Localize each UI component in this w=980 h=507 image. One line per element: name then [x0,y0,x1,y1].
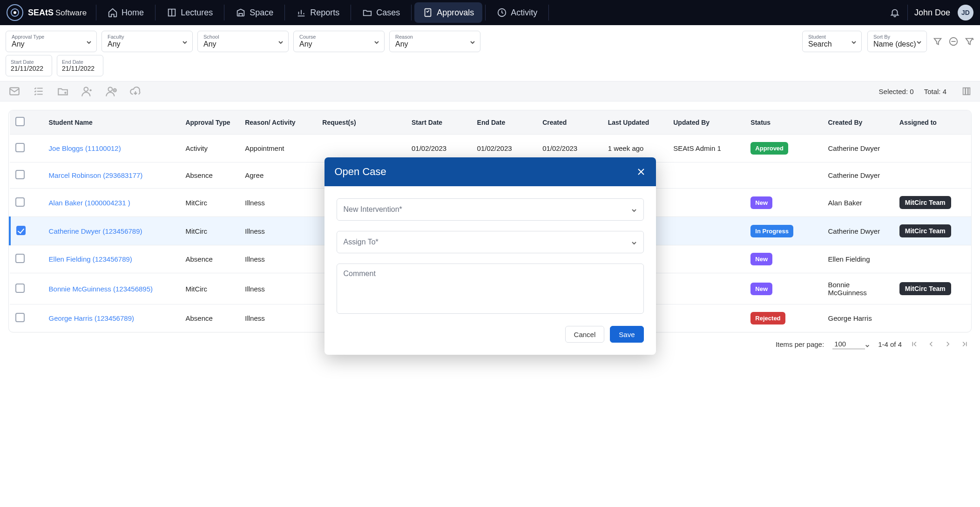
building-icon [236,7,246,18]
mail-icon[interactable] [8,85,20,97]
status-badge: Rejected [750,312,785,324]
student-link[interactable]: Bonnie McGuinness (123456895) [49,285,153,293]
comment-textarea[interactable]: Comment [337,264,644,314]
team-chip: MitCirc Team [899,196,951,209]
cell-type: Absence [180,245,239,273]
row-checkbox[interactable] [15,143,25,152]
row-checkbox[interactable] [15,313,25,322]
th-reason[interactable]: Reason/ Activity [239,110,317,135]
cell-assigned-to [894,162,971,189]
chevron-down-icon [470,39,475,44]
filter-label: School [203,34,283,40]
student-link[interactable]: Alan Baker (1000004231 ) [49,199,130,207]
nav-home[interactable]: Home [99,2,152,23]
th-updated-by[interactable]: Updated By [668,110,745,135]
notifications-icon[interactable] [890,7,900,18]
status-badge: New [750,196,772,209]
cell-type: Activity [180,135,239,162]
filter-value: 21/11/2022 [62,65,98,72]
user-add-icon[interactable] [81,85,93,97]
chevron-down-icon [631,207,637,212]
filter-value: 21/11/2022 [11,65,47,72]
select-all-checkbox[interactable] [15,117,25,126]
svg-point-8 [108,87,113,91]
row-checkbox[interactable] [15,254,25,263]
cloud-download-icon[interactable] [129,85,142,97]
nav-reports[interactable]: Reports [288,2,348,23]
total-count: Total: 4 [924,88,946,95]
student-link[interactable]: Catherine Dwyer (123456789) [49,227,142,235]
user-name[interactable]: John Doe [914,8,950,18]
page-prev-icon[interactable] [927,340,935,348]
th-approval-type[interactable]: Approval Type [180,110,239,135]
chevron-down-icon [916,39,922,44]
nav-cases[interactable]: Cases [354,2,408,23]
svg-rect-3 [425,9,431,17]
filter-value: Any [299,40,378,49]
th-created[interactable]: Created [537,110,602,135]
th-requests[interactable]: Request(s) [317,110,406,135]
nav-lectures[interactable]: Lectures [158,2,221,23]
intervention-select[interactable]: New Intervention* [337,198,644,221]
svg-rect-10 [963,88,966,95]
clear-filter-icon[interactable] [948,36,959,47]
filter-value: Any [12,40,91,49]
user-remove-icon[interactable] [105,85,117,97]
checklist-icon[interactable] [33,85,45,97]
row-checkbox[interactable] [15,284,25,293]
cell-updated-by [668,189,745,217]
cell-status [745,162,822,189]
row-checkbox[interactable] [15,170,25,179]
close-icon[interactable] [636,167,646,176]
page-first-icon[interactable] [910,340,919,348]
save-button[interactable]: Save [610,326,643,343]
row-checkbox[interactable] [15,197,25,207]
items-per-page-select[interactable]: 100 [832,339,865,349]
filter-search[interactable]: Student Search [802,31,862,52]
nav-space[interactable]: Space [227,2,282,23]
th-last-updated[interactable]: Last Updated [602,110,668,135]
th-created-by[interactable]: Created By [822,110,893,135]
page-next-icon[interactable] [944,340,952,348]
student-link[interactable]: Ellen Fielding (123456789) [49,255,132,263]
nav-approvals[interactable]: Approvals [414,2,482,23]
nav-activity[interactable]: Activity [488,2,546,23]
th-end[interactable]: End Date [472,110,537,135]
chevron-down-icon [865,342,870,346]
filter-school[interactable]: School Any [197,31,289,52]
th-status[interactable]: Status [745,110,822,135]
selection-summary: Selected: 0 Total: 4 [879,86,972,96]
filter-faculty[interactable]: Faculty Any [101,31,193,52]
filter-label: Course [299,34,378,40]
filter-approval-type[interactable]: Approval Type Any [6,31,97,52]
cell-created-by: Ellen Fielding [822,245,893,273]
filter-reason[interactable]: Reason Any [389,31,480,52]
th-student[interactable]: Student Name [43,110,180,135]
th-start[interactable]: Start Date [406,110,472,135]
student-link[interactable]: Joe Bloggs (11100012) [49,144,121,152]
columns-icon[interactable] [961,86,972,96]
assign-to-select[interactable]: Assign To* [337,231,644,253]
modal-header: Open Case [324,157,656,186]
filter-label: Reason [395,34,474,40]
th-assigned-to[interactable]: Assigned to [894,110,971,135]
cell-updated-by [668,162,745,189]
chevron-down-icon [182,39,188,44]
folder-add-icon[interactable] [57,85,69,97]
filter-label: End Date [62,59,98,65]
chart-icon [296,7,306,18]
more-filters-icon[interactable] [964,36,974,47]
filter-end-date[interactable]: End Date 21/11/2022 [57,55,103,76]
filter-start-date[interactable]: Start Date 21/11/2022 [6,55,52,76]
row-checkbox[interactable] [16,226,26,235]
filter-icon[interactable] [933,36,943,47]
student-link[interactable]: Marcel Robinson (293683177) [49,171,143,179]
cancel-button[interactable]: Cancel [565,326,605,343]
avatar[interactable]: JD [958,5,973,20]
filter-course[interactable]: Course Any [293,31,385,52]
filter-sort[interactable]: Sort By Name (desc) [867,31,927,52]
team-chip: MitCirc Team [899,282,951,295]
page-last-icon[interactable] [960,340,969,348]
brand-logo-icon [7,4,23,21]
student-link[interactable]: George Harris (123456789) [49,314,134,322]
